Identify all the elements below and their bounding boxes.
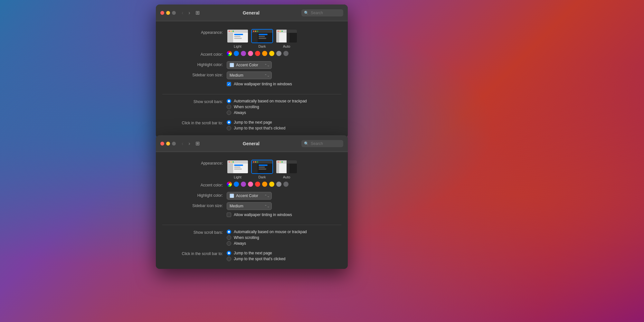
- b-thumb-bar-d2: [259, 166, 265, 168]
- wallpaper-row-top: ✓ Allow wallpaper tinting in windows: [156, 80, 348, 91]
- wallpaper-row-bottom: Allow wallpaper tinting in windows: [156, 211, 348, 222]
- appearance-light-bottom[interactable]: Light: [227, 160, 249, 179]
- scroll-bars-control-top: Automatically based on mouse or trackpad…: [227, 99, 341, 115]
- sidebar-size-row-top: Sidebar icon size: Medium ⌃⌄: [156, 70, 348, 80]
- sidebar-size-arrow-bottom: ⌃⌄: [264, 204, 270, 208]
- highlight-row-bottom: Highlight color: Accent Color ⌃⌄: [156, 191, 348, 201]
- b-thumb-dot-yellow: [231, 161, 232, 163]
- thumb-bar-d3: [259, 38, 266, 39]
- search-input-top[interactable]: [311, 11, 340, 15]
- b-auto-dot-r: [278, 161, 279, 163]
- accent-orange-bottom[interactable]: [262, 182, 267, 187]
- scroll-always-label-bottom: Always: [234, 241, 246, 246]
- b-thumb-dot-yellow-d: [255, 161, 256, 163]
- accent-gray-bottom[interactable]: [276, 182, 281, 187]
- scroll-bars-control-bottom: Automatically based on mouse or trackpad…: [227, 230, 341, 246]
- accent-red-top[interactable]: [255, 51, 260, 56]
- scroll-always-row-top: Always: [227, 110, 307, 115]
- sidebar-size-dropdown-top[interactable]: Medium ⌃⌄: [227, 71, 272, 79]
- sidebar-size-dropdown-bottom[interactable]: Medium ⌃⌄: [227, 202, 272, 210]
- auto-dot-r: [278, 31, 279, 32]
- click-next-row-bottom: Jump to the next page: [227, 251, 285, 255]
- click-scroll-row-top: Click in the scroll bar to: Jump to the …: [156, 119, 348, 132]
- scroll-when-radio-top[interactable]: [227, 105, 231, 109]
- divider-top: [162, 94, 341, 94]
- accent-red-bottom[interactable]: [255, 182, 260, 187]
- appearance-dark-top[interactable]: Dark: [251, 29, 273, 48]
- accent-blue-top[interactable]: [234, 51, 239, 56]
- highlight-dropdown-bottom[interactable]: Accent Color ⌃⌄: [227, 192, 272, 200]
- scroll-when-radio-bottom[interactable]: [227, 235, 231, 240]
- maximize-button-top[interactable]: [172, 11, 176, 15]
- close-button-bottom[interactable]: [160, 142, 164, 146]
- accent-darkgray-bottom[interactable]: [283, 182, 289, 187]
- accent-colors-top: ✓: [227, 51, 289, 56]
- dark-label-top: Dark: [258, 44, 266, 48]
- divider-bottom: [162, 225, 341, 225]
- b-thumb-bar-d1: [259, 165, 268, 166]
- back-button-bottom[interactable]: ‹: [180, 140, 185, 147]
- b-thumb-dot-green-d: [257, 161, 258, 163]
- accent-colors-bottom: ✓: [227, 182, 289, 187]
- back-button-top[interactable]: ‹: [180, 9, 185, 16]
- appearance-options-top: Light: [227, 29, 298, 48]
- forward-button-bottom[interactable]: ›: [187, 140, 191, 147]
- scroll-always-radio-bottom[interactable]: [227, 241, 231, 246]
- accent-darkgray-top[interactable]: [283, 51, 289, 56]
- wallpaper-checkbox-bottom[interactable]: [227, 213, 231, 217]
- accent-yellow-bottom[interactable]: [269, 182, 274, 187]
- thumb-dot-red: [229, 31, 230, 32]
- accent-blue-bottom[interactable]: [234, 182, 239, 187]
- thumb-sidebar-dark: [252, 33, 258, 43]
- window-title-bottom: General: [204, 141, 299, 146]
- click-next-radio-top[interactable]: [227, 120, 231, 125]
- maximize-button-bottom[interactable]: [172, 142, 176, 146]
- accent-purple-bottom[interactable]: [241, 182, 246, 187]
- click-scroll-label-bottom: Click in the scroll bar to:: [162, 251, 227, 256]
- click-spot-radio-top[interactable]: [227, 126, 231, 130]
- accent-yellow-top[interactable]: [269, 51, 274, 56]
- accent-control-bottom: ✓: [227, 182, 341, 187]
- accent-multicolor-bottom[interactable]: ✓: [227, 182, 232, 187]
- b-auto-dot-g: [281, 161, 283, 163]
- accent-pink-top[interactable]: [248, 51, 253, 56]
- b-thumb-main-dark: [258, 164, 272, 174]
- b-thumb-bar-3: [234, 168, 242, 170]
- close-button-top[interactable]: [160, 11, 164, 15]
- appearance-label-bottom: Appearance:: [162, 160, 227, 166]
- search-box-bottom[interactable]: 🔍: [301, 140, 343, 147]
- accent-purple-top[interactable]: [241, 51, 246, 56]
- thumb-bar-d2: [259, 36, 265, 37]
- accent-orange-top[interactable]: [262, 51, 267, 56]
- accent-gray-top[interactable]: [276, 51, 281, 56]
- appearance-dark-bottom[interactable]: Dark: [251, 160, 273, 179]
- accent-pink-bottom[interactable]: [248, 182, 253, 187]
- appearance-light-top[interactable]: Light: [227, 29, 249, 48]
- auto-dot-y: [279, 31, 281, 32]
- forward-button-top[interactable]: ›: [187, 9, 191, 16]
- highlight-dropdown-top[interactable]: Accent Color ⌃⌄: [227, 61, 272, 69]
- accent-multicolor-top[interactable]: ✓: [227, 51, 232, 56]
- titlebar-top: ‹ › ⊞ General 🔍: [156, 5, 348, 21]
- wallpaper-checkbox-top[interactable]: ✓: [227, 82, 231, 86]
- search-box-top[interactable]: 🔍: [301, 9, 343, 16]
- appearance-row-bottom: Appearance:: [156, 158, 348, 180]
- scroll-always-radio-top[interactable]: [227, 110, 231, 115]
- highlight-swatch-top: [230, 63, 234, 67]
- thumb-bar-2: [234, 36, 241, 37]
- scroll-auto-radio-top[interactable]: [227, 99, 231, 103]
- highlight-control-bottom: Accent Color ⌃⌄: [227, 192, 341, 200]
- appearance-auto-top[interactable]: Auto: [276, 29, 298, 48]
- scroll-auto-label-bottom: Automatically based on mouse or trackpad: [234, 230, 307, 234]
- search-input-bottom[interactable]: [311, 141, 340, 146]
- click-spot-radio-bottom[interactable]: [227, 257, 231, 261]
- minimize-button-bottom[interactable]: [166, 142, 170, 146]
- appearance-auto-bottom[interactable]: Auto: [276, 160, 298, 179]
- highlight-arrow-bottom: ⌃⌄: [264, 194, 270, 198]
- b-auto-main-d: [289, 164, 297, 174]
- appearance-thumb-auto-top: [276, 29, 298, 43]
- scroll-auto-radio-bottom[interactable]: [227, 230, 231, 234]
- click-next-radio-bottom[interactable]: [227, 251, 231, 255]
- appearance-thumb-dark-top: [251, 29, 273, 43]
- minimize-button-top[interactable]: [166, 11, 170, 15]
